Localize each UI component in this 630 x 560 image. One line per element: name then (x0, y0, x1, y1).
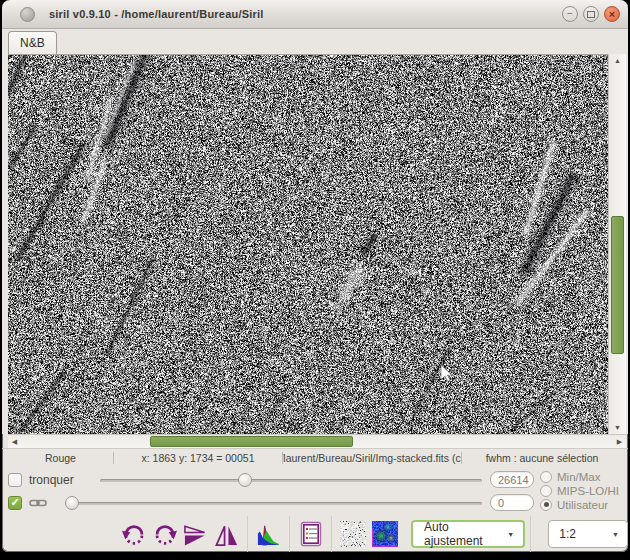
siril-window: siril v0.9.10 - /home/laurent/Bureau/Sir… (2, 0, 628, 552)
lo-checkbox[interactable]: ✓ (8, 496, 22, 510)
tab-bar: N&B (2, 29, 628, 54)
scale-mode-radios: Min/Max MIPS-LO/HI Utilisateur (534, 468, 622, 514)
close-icon: × (609, 9, 615, 20)
chevron-down-icon: ▼ (612, 531, 619, 538)
lo-slider-handle[interactable] (65, 496, 79, 510)
threshold-controls: tronquer 26614 ✓ (2, 466, 628, 514)
chevron-down-icon: ▼ (507, 531, 514, 538)
close-button[interactable]: × (604, 6, 620, 22)
lo-threshold-row: ✓ 0 (8, 492, 534, 513)
toolbar-separator (331, 516, 332, 552)
tab-nb[interactable]: N&B (8, 31, 57, 54)
main-image-canvas[interactable] (8, 55, 608, 435)
negative-view-icon (340, 521, 366, 547)
lo-slider[interactable] (65, 495, 482, 511)
rotate-cw-button[interactable] (149, 517, 180, 551)
rotate-ccw-button[interactable] (118, 517, 149, 551)
v-scrollbar[interactable]: ▲ ▼ (608, 54, 626, 434)
bottom-toolbar: Auto ajustement ▼ 1:2 ▼ (2, 514, 628, 552)
titlebar[interactable]: siril v0.9.10 - /home/laurent/Bureau/Sir… (2, 0, 628, 29)
chain-link-icon (29, 498, 47, 508)
fits-header-button[interactable] (295, 517, 326, 551)
h-scroll-thumb[interactable] (150, 436, 353, 447)
radio-minmax-circle[interactable] (540, 471, 552, 483)
status-coords: x: 1863 y: 1734 = 00051 (114, 452, 283, 464)
v-scroll-up-button[interactable]: ▲ (609, 54, 626, 67)
lo-value-input[interactable]: 0 (490, 494, 534, 511)
h-scroll-left-button[interactable]: ◀ (8, 435, 21, 448)
rotate-cw-icon (153, 522, 177, 546)
false-color-icon (372, 521, 398, 547)
truncate-checkbox[interactable] (8, 473, 22, 487)
h-scroll-right-button[interactable]: ▶ (613, 435, 626, 448)
rotate-ccw-icon (122, 522, 146, 546)
toolbar-separator (289, 516, 290, 552)
status-channel: Rouge (8, 452, 114, 464)
fits-header-icon (299, 521, 323, 547)
histogram-button[interactable] (253, 517, 284, 551)
flip-horizontal-icon (214, 522, 239, 547)
radio-mips-circle[interactable] (540, 485, 552, 497)
histogram-icon (256, 522, 281, 547)
minimize-icon: − (567, 9, 573, 19)
minimize-button[interactable]: − (562, 6, 578, 22)
radio-mips[interactable]: MIPS-LO/HI (540, 484, 622, 497)
v-scroll-down-button[interactable]: ▼ (609, 421, 626, 434)
toolbar-separator (530, 516, 531, 552)
flip-vertical-icon (183, 522, 208, 547)
toolbar-separator (247, 516, 248, 552)
status-fwhm: fwhm : aucune sélection (462, 452, 622, 464)
link-channels-button[interactable] (29, 498, 51, 508)
h-scrollbar[interactable]: ◀ ▶ (8, 434, 626, 448)
radio-user-circle[interactable] (540, 499, 552, 511)
app-icon (20, 7, 35, 22)
radio-user[interactable]: Utilisateur (540, 498, 622, 511)
hi-slider-handle[interactable] (238, 473, 252, 487)
window-title: siril v0.9.10 - /home/laurent/Bureau/Sir… (49, 8, 263, 20)
hi-slider[interactable] (100, 472, 482, 488)
hi-value-input[interactable]: 26614 (490, 471, 534, 488)
negative-view-button[interactable] (340, 521, 366, 547)
flip-vertical-button[interactable] (180, 517, 211, 551)
status-filepath: /home/laurent/Bureau/Siril/Img-stacked.f… (283, 452, 462, 464)
maximize-button[interactable] (583, 6, 599, 22)
flip-horizontal-button[interactable] (211, 517, 242, 551)
truncate-label: tronquer (29, 473, 86, 487)
zoom-dropdown[interactable]: 1:2 ▼ (548, 520, 628, 548)
auto-adjust-dropdown[interactable]: Auto ajustement ▼ (411, 520, 525, 548)
check-icon: ✓ (10, 497, 19, 508)
v-scroll-thumb[interactable] (611, 216, 624, 354)
hi-threshold-row: tronquer 26614 (8, 469, 534, 490)
statusbar: Rouge x: 1863 y: 1734 = 00051 /home/laur… (2, 448, 628, 466)
maximize-icon (587, 11, 595, 18)
false-color-button[interactable] (372, 521, 398, 547)
radio-minmax[interactable]: Min/Max (540, 470, 622, 483)
image-viewport: ▲ ▼ (2, 54, 628, 434)
